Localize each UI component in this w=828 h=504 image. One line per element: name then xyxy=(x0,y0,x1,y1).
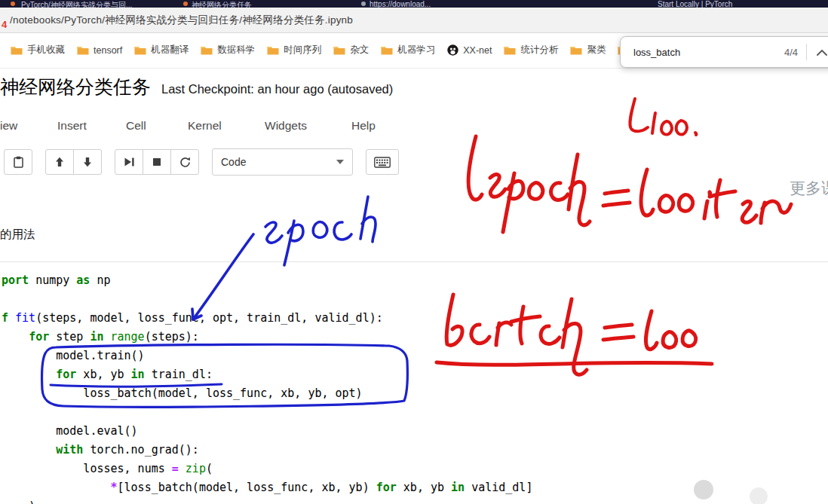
folder-icon xyxy=(381,45,393,55)
bookmark-label: 时间序列 xyxy=(284,44,321,57)
browser-tab[interactable]: Start Locally | PyTorch xyxy=(658,0,732,8)
keyboard-icon xyxy=(374,157,391,168)
more-courses-link[interactable]: 更多课 xyxy=(790,178,828,199)
jupyter-favicon xyxy=(183,2,188,6)
arrow-down-icon xyxy=(83,157,92,167)
divider xyxy=(806,44,807,60)
folder-icon xyxy=(134,45,146,55)
bookmark-item[interactable]: XX-net xyxy=(441,41,498,59)
bookmark-label: 数据科学 xyxy=(217,44,255,57)
run-cell-button[interactable] xyxy=(115,149,143,175)
bookmark-label: 聚类 xyxy=(587,44,606,57)
folder-icon xyxy=(11,45,23,55)
jupyter-favicon xyxy=(11,2,15,6)
move-cell-up-button[interactable] xyxy=(45,149,74,175)
bookmark-item[interactable]: 杂文 xyxy=(327,41,375,60)
partial-heading: 的用法 xyxy=(0,227,35,243)
menu-insert[interactable]: Insert xyxy=(57,119,87,133)
download-favicon xyxy=(361,2,366,6)
run-icon xyxy=(124,157,135,167)
find-match-count: 4/4 xyxy=(784,47,798,58)
code-cell[interactable]: port numpy as np f fit(steps, model, los… xyxy=(2,271,532,504)
bookmark-item[interactable]: 时间序列 xyxy=(261,41,327,60)
folder-icon xyxy=(504,45,516,55)
paste-icon xyxy=(14,156,23,168)
stop-kernel-button[interactable] xyxy=(143,149,171,175)
browser-tab[interactable]: PyTorch/神经网络实战分类与回... xyxy=(21,0,132,8)
menu-bar: iewInsertCellKernelWidgetsHelp xyxy=(0,119,828,136)
checkpoint-status: Last Checkpoint: an hour ago (autosaved) xyxy=(161,82,393,96)
notebook-header: 神经网络分类任务 Last Checkpoint: an hour ago (a… xyxy=(0,75,393,99)
video-overlay-dot xyxy=(750,487,768,504)
menu-kernel[interactable]: Kernel xyxy=(188,119,222,133)
browser-window: PyTorch/神经网络实战分类与回...神经网络分类任务https://dow… xyxy=(0,0,828,504)
address-url[interactable]: /notebooks/PyTorch/神经网络实战分类与回归任务/神经网络分类任… xyxy=(10,14,353,27)
refresh-icon xyxy=(179,157,191,168)
bookmark-item[interactable]: 机器学习 xyxy=(375,41,441,60)
chevron-down-icon xyxy=(336,160,344,164)
chevron-up-icon[interactable] xyxy=(817,49,827,56)
browser-tab[interactable]: https://download... xyxy=(370,0,431,8)
browser-address-bar[interactable]: 4 /notebooks/PyTorch/神经网络实战分类与回归任务/神经网络分… xyxy=(0,8,828,33)
bookmark-label: 杂文 xyxy=(350,44,369,57)
bookmark-item[interactable]: 机器翻译 xyxy=(128,41,195,60)
find-bar[interactable]: loss_batch 4/4 xyxy=(620,36,828,68)
move-cell-down-button[interactable] xyxy=(73,149,102,175)
tab-strip[interactable]: PyTorch/神经网络实战分类与回...神经网络分类任务https://dow… xyxy=(0,0,828,8)
paste-button[interactable] xyxy=(4,149,32,175)
folder-icon xyxy=(201,45,213,55)
folder-icon xyxy=(570,45,582,55)
bookmark-label: 手机收藏 xyxy=(27,44,65,57)
video-overlay-dot xyxy=(694,480,713,499)
find-query[interactable]: loss_batch xyxy=(633,47,784,58)
notebook-title[interactable]: 神经网络分类任务 xyxy=(0,75,151,99)
bookmark-item[interactable]: 手机收藏 xyxy=(5,41,71,60)
restart-kernel-button[interactable] xyxy=(170,149,199,175)
cell-type-value: Code xyxy=(221,156,246,168)
arrow-up-icon xyxy=(55,157,64,167)
bookmark-label: 统计分析 xyxy=(520,44,558,57)
bookmark-label: tensorf xyxy=(94,45,122,56)
github-icon xyxy=(447,44,458,56)
notebook-toolbar: Code xyxy=(4,148,412,176)
cell-type-select[interactable]: Code xyxy=(212,148,353,176)
extension-badge: 4 xyxy=(2,19,7,30)
menu-cell[interactable]: Cell xyxy=(126,119,146,133)
stop-icon xyxy=(152,157,161,166)
menu-help[interactable]: Help xyxy=(351,119,376,133)
bookmark-item[interactable]: tensorf xyxy=(71,42,128,59)
menu-widgets[interactable]: Widgets xyxy=(265,119,307,133)
bookmark-item[interactable]: 聚类 xyxy=(564,41,612,60)
menu-iew[interactable]: iew xyxy=(0,119,17,133)
section-divider xyxy=(0,261,828,262)
folder-icon xyxy=(333,45,345,55)
bookmark-label: 机器翻译 xyxy=(151,44,189,57)
bookmark-item[interactable]: 统计分析 xyxy=(498,41,564,60)
bookmark-label: XX-net xyxy=(463,45,492,56)
folder-icon xyxy=(267,45,279,55)
folder-icon xyxy=(77,45,89,55)
browser-tab[interactable]: 神经网络分类任务 xyxy=(192,0,252,8)
annotation-red-epoch-eq-iter xyxy=(468,136,791,232)
command-palette-button[interactable] xyxy=(366,149,399,175)
bookmark-label: 机器学习 xyxy=(397,44,435,57)
bookmark-item[interactable]: 数据科学 xyxy=(195,41,261,60)
